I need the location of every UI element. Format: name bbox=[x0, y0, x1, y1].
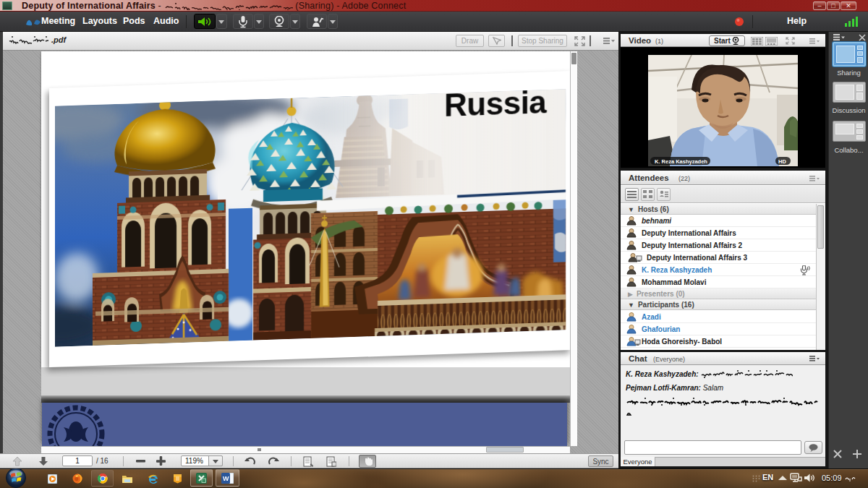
svg-text:Russia: Russia bbox=[444, 89, 547, 123]
svg-text:W: W bbox=[223, 475, 229, 482]
svg-text:HD: HD bbox=[778, 158, 786, 165]
svg-text:K. Reza Kashyzadeh: K. Reza Kashyzadeh bbox=[655, 158, 707, 165]
